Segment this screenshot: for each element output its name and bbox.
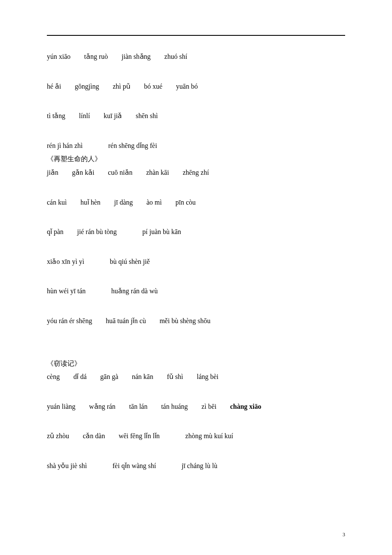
pinyin-item: jī dàng (114, 199, 133, 206)
pinyin-item: wǎng rán (89, 403, 115, 410)
page-content: yún xiāo tǎng ruò jiàn shǎng zhuó shí hé… (47, 51, 345, 490)
pinyin-item: tān lán (129, 403, 147, 410)
pinyin-item: gǎn kǎi (72, 169, 94, 176)
pinyin-row: yuán liàng wǎng rán tān lán tán huáng zì… (47, 401, 345, 412)
pinyin-item: cán kuì (47, 199, 67, 206)
pinyin-item-bold: chàng xiāo (230, 403, 261, 410)
pinyin-item: tǎng ruò (84, 53, 108, 60)
pinyin-item: pí juàn bù kān (142, 228, 181, 235)
pinyin-item: zhēng zhí (183, 169, 209, 176)
pinyin-item: bó xué (144, 83, 162, 90)
pinyin-row: cán kuì huǐ hèn jī dàng ào mì pīn còu (47, 197, 345, 208)
pinyin-row: hùn wéi yī tán huǎng rán dà wù (47, 286, 345, 297)
pinyin-item: shēn shì (135, 112, 158, 119)
pinyin-row: xiǎo xīn yì yì bù qiú shèn jiě (47, 256, 345, 267)
pinyin-item: línlí (79, 112, 90, 119)
pinyin-item: zhì pǔ (112, 83, 130, 90)
pinyin-item: huǎng rán dà wù (111, 287, 158, 295)
pinyin-item: shà yǒu jiè shì (47, 462, 87, 469)
pinyin-item: tì tǎng (47, 112, 65, 119)
pinyin-row: rén jì hán zhì rén shēng dǐng fèi (47, 140, 345, 151)
pinyin-row: tì tǎng línlí kuī jiǎ shēn shì (47, 110, 345, 121)
pinyin-item: yuán liàng (47, 403, 75, 410)
pinyin-item: rén jì hán zhì (47, 142, 83, 149)
document-page: yún xiāo tǎng ruò jiàn shǎng zhuó shí hé… (0, 0, 392, 555)
pinyin-item: hùn wéi yī tán (47, 287, 86, 295)
pinyin-item: pīn còu (176, 199, 196, 206)
pinyin-item: huā tuán jǐn cù (106, 317, 146, 324)
pinyin-item: zhòng mù kuí kuí (185, 432, 233, 439)
pinyin-item: fǔ shì (167, 373, 183, 380)
section-spacer (47, 345, 345, 358)
section-title: 《再塑生命的人》 (47, 153, 345, 165)
pinyin-item: zì bēi (202, 403, 216, 410)
pinyin-item: zǔ zhòu (47, 432, 69, 439)
pinyin-item: bù qiú shèn jiě (110, 258, 150, 265)
pinyin-item: huǐ hèn (81, 199, 101, 206)
pinyin-item: wēi fēng lǐn lǐn (118, 432, 159, 439)
pinyin-item: fèi qǐn wàng shí (112, 462, 156, 469)
pinyin-item: jiǎn (47, 169, 58, 176)
pinyin-item: yóu rán ér shēng (47, 317, 92, 324)
top-horizontal-rule (47, 35, 345, 36)
pinyin-item: hé ǎi (47, 83, 61, 90)
section-title: 《窃读记》 (47, 358, 345, 369)
pinyin-item: dǐ dá (73, 373, 86, 380)
pinyin-row: yún xiāo tǎng ruò jiàn shǎng zhuó shí (47, 51, 345, 62)
pinyin-item: nán kān (132, 373, 153, 380)
pinyin-item: jī cháng lù lù (182, 462, 217, 469)
pinyin-item: gōngjìng (75, 83, 99, 90)
pinyin-item: jiàn shǎng (121, 53, 150, 60)
pinyin-item: zhuó shí (164, 53, 187, 60)
pinyin-item: ào mì (147, 199, 162, 206)
pinyin-row: hé ǎi gōngjìng zhì pǔ bó xué yuān bó (47, 81, 345, 92)
pinyin-item: láng bèi (197, 373, 219, 380)
pinyin-item: rén shēng dǐng fèi (108, 142, 157, 149)
pinyin-row: yóu rán ér shēng huā tuán jǐn cù měi bù … (47, 315, 345, 327)
pinyin-item: gān gà (100, 373, 118, 380)
pinyin-item: jié rán bù tòng (77, 228, 117, 235)
pinyin-item: yuān bó (176, 83, 198, 90)
pinyin-item: cǎn dàn (83, 432, 105, 439)
pinyin-row: qǐ pàn jié rán bù tòng pí juàn bù kān (47, 226, 345, 237)
pinyin-item: zhàn kāi (146, 169, 169, 176)
pinyin-item: kuī jiǎ (104, 112, 122, 119)
pinyin-item: cèng (47, 373, 60, 380)
pinyin-item: qǐ pàn (47, 228, 63, 235)
pinyin-row: cèng dǐ dá gān gà nán kān fǔ shì láng bè… (47, 371, 345, 382)
pinyin-row: shà yǒu jiè shì fèi qǐn wàng shí jī chán… (47, 460, 345, 471)
pinyin-item: xiǎo xīn yì yì (47, 258, 84, 265)
pinyin-row: zǔ zhòu cǎn dàn wēi fēng lǐn lǐn zhòng m… (47, 431, 345, 442)
pinyin-item: měi bù shèng shōu (159, 317, 210, 324)
pinyin-row: jiǎn gǎn kǎi cuō niǎn zhàn kāi zhēng zhí (47, 167, 345, 178)
pinyin-item: cuō niǎn (108, 169, 133, 176)
page-number: 3 (343, 532, 345, 538)
pinyin-item: yún xiāo (47, 53, 71, 60)
pinyin-item: tán huáng (161, 403, 188, 410)
